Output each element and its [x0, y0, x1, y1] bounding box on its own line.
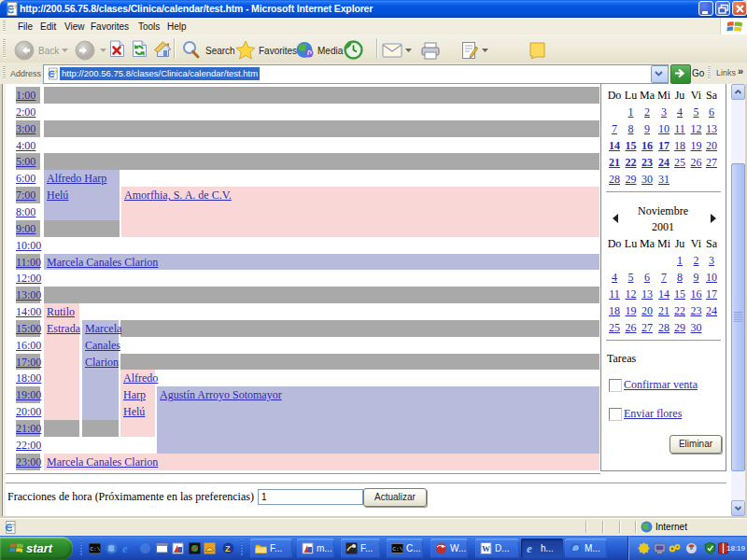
- svg-text:C:\: C:\: [91, 546, 101, 553]
- svg-text:W: W: [482, 544, 490, 553]
- svg-text:e: e: [122, 542, 128, 554]
- svg-text:C:\: C:\: [393, 546, 403, 553]
- svg-text:e: e: [527, 542, 532, 554]
- svg-text:Z: Z: [225, 544, 231, 553]
